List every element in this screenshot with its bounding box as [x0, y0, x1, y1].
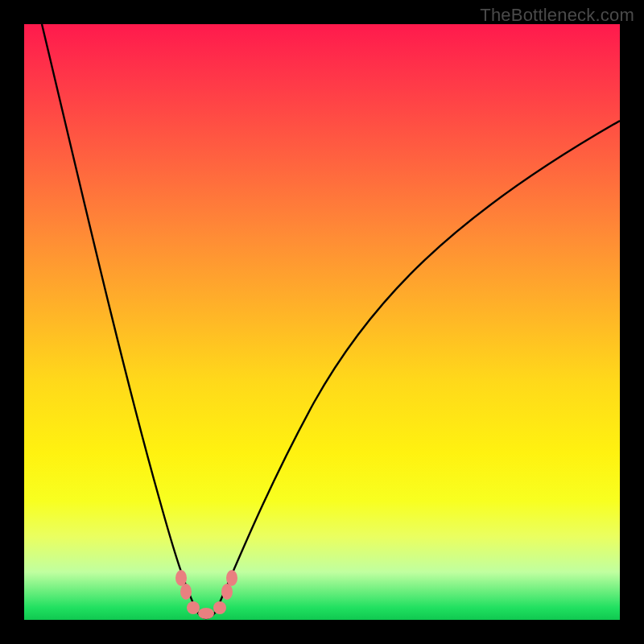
marker-dot [198, 608, 214, 619]
marker-dot [226, 570, 237, 586]
curve-right [216, 121, 620, 612]
marker-group [175, 570, 237, 619]
marker-dot [180, 584, 192, 600]
curve-left [42, 24, 197, 612]
marker-dot [221, 584, 233, 600]
marker-dot [213, 601, 226, 614]
bottleneck-curve [24, 24, 620, 620]
chart-plot-area [24, 24, 620, 620]
marker-dot [175, 570, 187, 586]
marker-dot [187, 601, 200, 614]
watermark-text: TheBottleneck.com [480, 5, 634, 26]
